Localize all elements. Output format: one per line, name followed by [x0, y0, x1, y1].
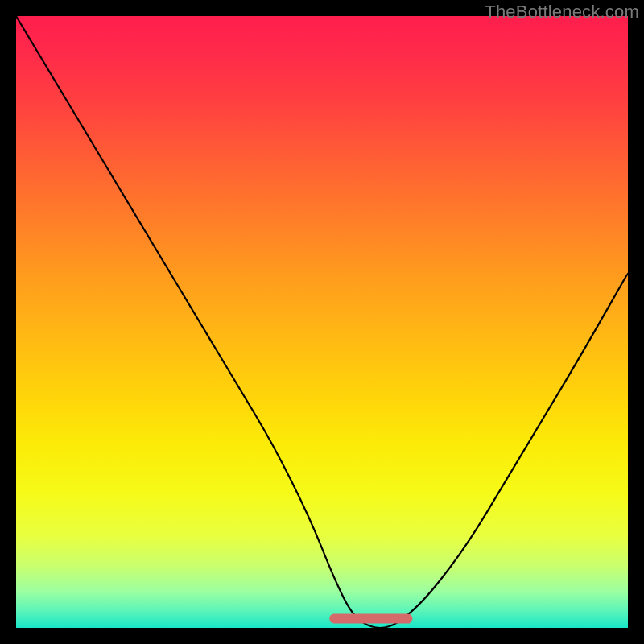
bottleneck-curve [16, 16, 628, 628]
chart-frame: TheBottleneck.com [0, 0, 644, 644]
plot-area [16, 16, 628, 628]
watermark-text: TheBottleneck.com [485, 2, 639, 23]
curve-svg [16, 16, 628, 628]
